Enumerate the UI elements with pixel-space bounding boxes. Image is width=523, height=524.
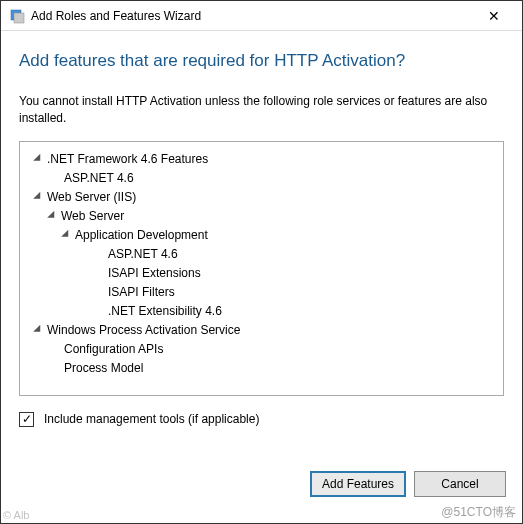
watermark: @51CTO博客 (441, 504, 516, 521)
include-tools-label: Include management tools (if applicable) (44, 412, 259, 426)
dialog-heading: Add features that are required for HTTP … (19, 51, 504, 71)
tree-item-label: ISAPI Extensions (108, 264, 201, 283)
tree-item-label: Application Development (75, 226, 208, 245)
tree-item-label: Windows Process Activation Service (47, 321, 240, 340)
tree-item-label: Web Server (61, 207, 124, 226)
include-tools-checkbox-row[interactable]: ✓ Include management tools (if applicabl… (19, 412, 504, 427)
tree-item[interactable]: Process Model (34, 359, 493, 378)
tree-item-label: ASP.NET 4.6 (64, 169, 134, 188)
dialog-buttons: Add Features Cancel (310, 471, 506, 497)
tree-item-label: Web Server (IIS) (47, 188, 136, 207)
dialog-content: Add features that are required for HTTP … (1, 31, 522, 437)
add-features-button[interactable]: Add Features (310, 471, 406, 497)
titlebar: Add Roles and Features Wizard ✕ (1, 1, 522, 31)
dialog-description: You cannot install HTTP Activation unles… (19, 93, 504, 127)
tree-item[interactable]: .NET Framework 4.6 Features (34, 150, 493, 169)
expander-icon[interactable] (33, 325, 44, 336)
tree-item-label: .NET Framework 4.6 Features (47, 150, 208, 169)
window-title: Add Roles and Features Wizard (31, 9, 474, 23)
feature-tree[interactable]: .NET Framework 4.6 FeaturesASP.NET 4.6We… (19, 141, 504, 396)
tree-item-label: ISAPI Filters (108, 283, 175, 302)
tree-item-label: .NET Extensibility 4.6 (108, 302, 222, 321)
svg-rect-1 (14, 13, 24, 23)
tree-item[interactable]: .NET Extensibility 4.6 (34, 302, 493, 321)
watermark-left: © Alb (3, 509, 29, 521)
expander-icon[interactable] (61, 230, 72, 241)
expander-icon[interactable] (47, 211, 58, 222)
include-tools-checkbox[interactable]: ✓ (19, 412, 34, 427)
close-button[interactable]: ✕ (474, 2, 514, 30)
tree-item-label: Configuration APIs (64, 340, 163, 359)
tree-item[interactable]: ISAPI Filters (34, 283, 493, 302)
tree-item[interactable]: Application Development (34, 226, 493, 245)
tree-item[interactable]: ISAPI Extensions (34, 264, 493, 283)
tree-item[interactable]: Web Server (34, 207, 493, 226)
tree-item[interactable]: ASP.NET 4.6 (34, 245, 493, 264)
expander-icon[interactable] (33, 154, 44, 165)
tree-item-label: ASP.NET 4.6 (108, 245, 178, 264)
tree-item[interactable]: Windows Process Activation Service (34, 321, 493, 340)
tree-item[interactable]: Web Server (IIS) (34, 188, 493, 207)
expander-icon[interactable] (33, 192, 44, 203)
server-manager-icon (9, 8, 25, 24)
cancel-button[interactable]: Cancel (414, 471, 506, 497)
tree-item[interactable]: Configuration APIs (34, 340, 493, 359)
tree-item-label: Process Model (64, 359, 143, 378)
tree-item[interactable]: ASP.NET 4.6 (34, 169, 493, 188)
